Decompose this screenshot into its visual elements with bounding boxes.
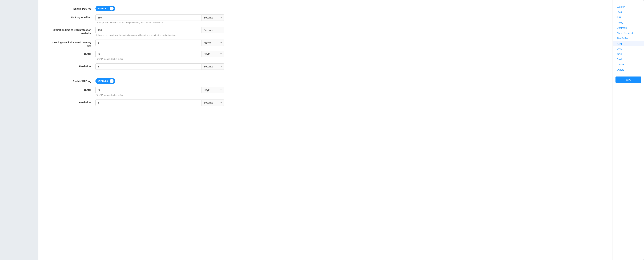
dos-flush-time-control: Seconds Minutes Hours bbox=[96, 63, 224, 70]
page-wrapper: Enable DoS log ENABLED DoS log rate limi… bbox=[0, 0, 644, 260]
enable-dos-log-toggle-wrap: ENABLED bbox=[96, 6, 224, 11]
nav-item-ipv6[interactable]: IPv6 bbox=[613, 10, 644, 15]
dos-rate-limit-label: DoS log rate limit bbox=[47, 15, 96, 19]
nav-item-log[interactable]: Log bbox=[613, 41, 644, 46]
nav-item-gzip[interactable]: Gzip bbox=[613, 51, 644, 57]
waf-buffer-input-row: KByte MByte GByte bbox=[96, 87, 224, 93]
waf-buffer-label: Buffer bbox=[47, 87, 96, 92]
waf-buffer-hint: Size "0" means disable buffer bbox=[96, 94, 224, 96]
enable-waf-log-toggle-wrap: ENABLED bbox=[96, 78, 224, 84]
right-nav: Worker IPv6 SSL Proxy Upstream Client Re… bbox=[612, 0, 644, 260]
nav-item-dns[interactable]: DNS bbox=[613, 46, 644, 51]
save-btn-wrapper: Save bbox=[613, 74, 644, 83]
dos-rate-limit-input[interactable] bbox=[96, 15, 202, 21]
dos-flush-time-label: Flush time bbox=[47, 63, 96, 68]
dos-rate-limit-row: DoS log rate limit Seconds Minutes Hours… bbox=[47, 15, 604, 24]
toggle-circle-waf bbox=[110, 79, 114, 83]
dos-buffer-input[interactable] bbox=[96, 51, 202, 57]
enable-dos-log-toggle[interactable]: ENABLED bbox=[96, 6, 115, 11]
enable-dos-log-toggle-label: ENABLED bbox=[98, 7, 108, 10]
nav-item-ssl[interactable]: SSL bbox=[613, 15, 644, 20]
enable-waf-log-toggle[interactable]: ENABLED bbox=[96, 78, 115, 84]
dos-buffer-unit-select[interactable]: KByte MByte GByte bbox=[202, 51, 224, 57]
dos-rate-limit-hint: DoS logs from the same source are printe… bbox=[96, 22, 224, 24]
nav-item-cluster[interactable]: Cluster bbox=[613, 62, 644, 67]
waf-flush-time-input-row: Seconds Minutes Hours bbox=[96, 99, 224, 106]
nav-item-file-buffer[interactable]: File Buffer bbox=[613, 36, 644, 41]
waf-flush-time-label: Flush time bbox=[47, 99, 96, 104]
dos-shared-memory-row: DoS log rate limit shared memory size MB… bbox=[47, 40, 604, 48]
dos-flush-time-input[interactable] bbox=[96, 63, 202, 70]
waf-flush-time-control: Seconds Minutes Hours bbox=[96, 99, 224, 106]
nav-item-others[interactable]: Others bbox=[613, 67, 644, 72]
waf-buffer-control: KByte MByte GByte Size "0" means disable… bbox=[96, 87, 224, 96]
section-divider bbox=[47, 74, 604, 74]
enable-dos-log-label: Enable DoS log bbox=[47, 6, 96, 11]
enable-waf-log-row: Enable WAF log ENABLED bbox=[47, 78, 604, 84]
nav-item-client-request[interactable]: Client Request bbox=[613, 31, 644, 36]
waf-flush-time-row: Flush time Seconds Minutes Hours bbox=[47, 99, 604, 106]
dos-buffer-control: KByte MByte GByte Size "0" means disable… bbox=[96, 51, 224, 60]
left-panel bbox=[0, 0, 38, 260]
dos-buffer-input-row: KByte MByte GByte bbox=[96, 51, 224, 57]
dos-shared-memory-label: DoS log rate limit shared memory size bbox=[47, 40, 96, 48]
dos-buffer-hint: Size "0" means disable buffer bbox=[96, 58, 224, 60]
dos-flush-time-input-row: Seconds Minutes Hours bbox=[96, 63, 224, 70]
dos-buffer-label: Buffer bbox=[47, 51, 96, 56]
dos-shared-memory-control: MByte KByte GByte bbox=[96, 40, 224, 46]
waf-buffer-row: Buffer KByte MByte GByte Size "0" means … bbox=[47, 87, 604, 96]
waf-flush-time-unit-select[interactable]: Seconds Minutes Hours bbox=[202, 99, 224, 106]
waf-buffer-input[interactable] bbox=[96, 87, 202, 93]
nav-item-worker[interactable]: Worker bbox=[613, 4, 644, 10]
enable-waf-log-toggle-label: ENABLED bbox=[98, 80, 108, 82]
dos-rate-limit-unit-select[interactable]: Seconds Minutes Hours bbox=[202, 15, 224, 21]
save-button[interactable]: Save bbox=[616, 76, 641, 83]
dos-section: Enable DoS log ENABLED DoS log rate limi… bbox=[47, 6, 604, 70]
enable-dos-log-control: ENABLED bbox=[96, 6, 224, 11]
dos-flush-time-row: Flush time Seconds Minutes Hours bbox=[47, 63, 604, 70]
dos-expiration-unit-select[interactable]: Seconds Minutes Hours bbox=[202, 27, 224, 33]
enable-waf-log-control: ENABLED bbox=[96, 78, 224, 84]
dos-expiration-hint: If there is no new attack, the protectio… bbox=[96, 34, 224, 36]
waf-buffer-unit-select[interactable]: KByte MByte GByte bbox=[202, 87, 224, 93]
dos-rate-limit-input-row: Seconds Minutes Hours bbox=[96, 15, 224, 21]
dos-expiration-row: Expiration time of DoS protection statis… bbox=[47, 27, 604, 36]
waf-section: Enable WAF log ENABLED Buffer bbox=[47, 78, 604, 106]
dos-expiration-control: Seconds Minutes Hours If there is no new… bbox=[96, 27, 224, 36]
nav-item-proxy[interactable]: Proxy bbox=[613, 20, 644, 25]
enable-dos-log-row: Enable DoS log ENABLED bbox=[47, 6, 604, 11]
dos-shared-memory-unit-select[interactable]: MByte KByte GByte bbox=[202, 40, 224, 46]
dos-expiration-input-row: Seconds Minutes Hours bbox=[96, 27, 224, 33]
dos-shared-memory-input-row: MByte KByte GByte bbox=[96, 40, 224, 46]
toggle-circle-dos bbox=[110, 7, 114, 11]
dos-expiration-label: Expiration time of DoS protection statis… bbox=[47, 27, 96, 35]
dos-flush-time-unit-select[interactable]: Seconds Minutes Hours bbox=[202, 63, 224, 70]
main-content: Enable DoS log ENABLED DoS log rate limi… bbox=[38, 0, 612, 260]
dos-expiration-input[interactable] bbox=[96, 27, 202, 33]
dos-buffer-row: Buffer KByte MByte GByte Size "0" means … bbox=[47, 51, 604, 60]
nav-item-brotli[interactable]: Brotli bbox=[613, 57, 644, 62]
nav-item-upstream[interactable]: Upstream bbox=[613, 25, 644, 31]
enable-waf-log-label: Enable WAF log bbox=[47, 78, 96, 83]
dos-rate-limit-control: Seconds Minutes Hours DoS logs from the … bbox=[96, 15, 224, 24]
dos-shared-memory-input[interactable] bbox=[96, 40, 202, 46]
section-divider-bottom bbox=[47, 110, 604, 110]
waf-flush-time-input[interactable] bbox=[96, 99, 202, 106]
